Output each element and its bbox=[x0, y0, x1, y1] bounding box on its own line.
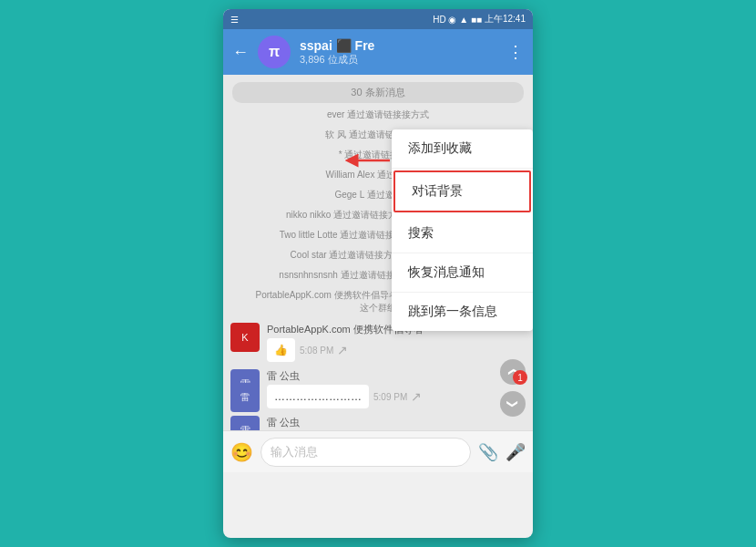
message-bubble-2: …………………… bbox=[267, 385, 369, 408]
emoji-button[interactable]: 😊 bbox=[230, 441, 253, 463]
network-indicator: HD ◉ ▲ ■■ bbox=[433, 15, 482, 25]
unread-badge: 1 bbox=[513, 370, 527, 385]
chat-header: ← π sspai ⬛ Fre 3,896 位成员 ⋮ bbox=[223, 29, 533, 75]
menu-item-favorites[interactable]: 添加到收藏 bbox=[392, 129, 533, 169]
message-row-3: 雷 雷 公虫 好吓人……… 5:09 PM ↗ bbox=[230, 416, 526, 430]
message-row-2: 雷 雷 公虫 …………………… 5:09 PM ↗ bbox=[230, 369, 526, 408]
new-messages-banner: 30 条新消息 bbox=[232, 82, 524, 103]
time-display: 上午12:41 bbox=[485, 13, 526, 26]
menu-item-restore-notifications[interactable]: 恢复消息通知 bbox=[392, 253, 533, 293]
more-options-button[interactable]: ⋮ bbox=[507, 42, 524, 62]
message-actions-1: 👍 5:08 PM ↗ bbox=[267, 338, 424, 362]
status-right: HD ◉ ▲ ■■ 上午12:41 bbox=[433, 13, 526, 26]
message-time-2: 5:09 PM bbox=[373, 392, 407, 402]
avatar-3: 雷 bbox=[230, 416, 260, 430]
menu-item-search[interactable]: 搜索 bbox=[392, 214, 533, 253]
input-placeholder: 输入消息 bbox=[271, 444, 318, 460]
status-icon: ☰ bbox=[230, 15, 239, 25]
forward-button-1[interactable]: ↗ bbox=[337, 343, 348, 357]
floating-avatar: 雷 bbox=[230, 383, 260, 412]
message-content-3: 雷 公虫 好吓人……… 5:09 PM ↗ bbox=[267, 416, 400, 430]
menu-item-background[interactable]: 对话背景 bbox=[393, 170, 531, 212]
member-count: 3,896 位成员 bbox=[300, 53, 498, 67]
back-button[interactable]: ← bbox=[232, 43, 249, 62]
message-time-1: 5:08 PM bbox=[300, 346, 333, 356]
status-bar: ☰ HD ◉ ▲ ■■ 上午12:41 bbox=[223, 9, 533, 29]
status-left: ☰ bbox=[230, 15, 239, 25]
message-input[interactable]: 输入消息 bbox=[261, 438, 471, 467]
menu-item-jump-first[interactable]: 跳到第一条信息 bbox=[392, 293, 533, 331]
sender-name-2: 雷 公虫 bbox=[267, 369, 422, 383]
message-actions-2: …………………… 5:09 PM ↗ bbox=[267, 385, 422, 408]
dropdown-menu: 添加到收藏 对话背景 搜索 恢复消息通知 跳到第一条信息 bbox=[392, 129, 533, 331]
scroll-down-button[interactable]: ❯ bbox=[500, 391, 526, 417]
avatar-1: K bbox=[230, 323, 260, 352]
group-title: sspai ⬛ Fre bbox=[300, 38, 498, 53]
header-info: sspai ⬛ Fre 3,896 位成员 bbox=[300, 38, 498, 67]
chat-area: 30 条新消息 ever 通过邀请链接接方式 软 风 通过邀请链接接方式 * 通… bbox=[223, 75, 533, 430]
attach-button[interactable]: 📎 bbox=[478, 442, 498, 462]
messages-container: K PortableAppK.com 便携软件倡导者 👍 5:08 PM ↗ 雷… bbox=[223, 319, 533, 430]
sender-name-3: 雷 公虫 bbox=[267, 416, 400, 429]
system-message-0: ever 通过邀请链接接方式 bbox=[223, 106, 533, 124]
message-content-2: 雷 公虫 …………………… 5:09 PM ↗ bbox=[267, 369, 422, 408]
arrow-indicator bbox=[344, 150, 394, 175]
message-bubble-1: 👍 bbox=[267, 338, 295, 362]
forward-button-2[interactable]: ↗ bbox=[411, 389, 422, 404]
voice-button[interactable]: 🎤 bbox=[506, 442, 526, 462]
group-avatar: π bbox=[258, 36, 291, 68]
phone-frame: ☰ HD ◉ ▲ ■■ 上午12:41 ← π sspai ⬛ Fre 3,89… bbox=[223, 9, 533, 538]
input-area: 😊 输入消息 📎 🎤 bbox=[223, 430, 533, 472]
